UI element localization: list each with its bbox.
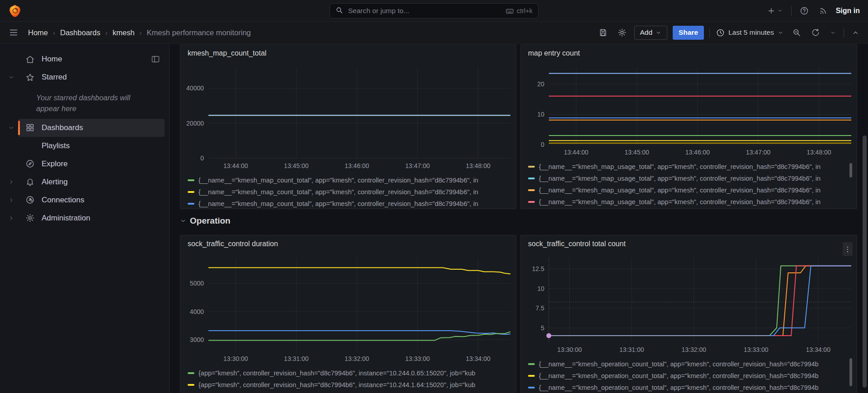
x-axis-label: 13:45:00 [284, 162, 309, 169]
legend-item[interactable]: {__name__="kmesh_map_count_total", app="… [188, 198, 509, 209]
legend-item[interactable]: {app="kmesh", controller_revision_hash="… [188, 367, 509, 379]
x-axis-label: 13:30:00 [557, 346, 582, 353]
legend-item[interactable]: {__name__="kmesh_map_usage_total", app="… [528, 184, 849, 196]
breadcrumb-separator: › [140, 29, 142, 37]
save-dashboard-button[interactable] [596, 26, 610, 39]
top-nav-bar: ctrl+k Sign in [0, 0, 868, 22]
legend-item[interactable]: {__name__="kmesh_map_usage_total", app="… [528, 161, 849, 173]
panel-kmesh-map-count-total: kmesh_map_count_total 13:44:0013:45:0013… [180, 44, 516, 209]
legend-swatch [188, 384, 194, 386]
legend-scrollbar[interactable] [849, 358, 852, 386]
collapse-chevron-icon[interactable] [5, 125, 18, 131]
divider [709, 28, 710, 37]
sign-in-link[interactable]: Sign in [836, 7, 860, 15]
expand-chevron-icon[interactable] [5, 179, 18, 185]
time-series-chart[interactable]: 13:44:0013:45:0013:46:0013:47:0013:48:00… [521, 62, 857, 159]
y-axis-label: 0 [200, 154, 204, 162]
panel-title[interactable]: sock_traffic_control duration [180, 235, 516, 253]
add-label: Add [640, 28, 653, 37]
legend-item[interactable]: {__name__="kmesh_map_count_total", app="… [188, 174, 509, 186]
sidebar-item-label: Dashboards [42, 123, 83, 132]
legend-scrollbar[interactable] [849, 163, 852, 178]
question-circle-icon [800, 6, 809, 15]
compass-icon [24, 159, 36, 168]
breadcrumb-separator: › [105, 29, 108, 37]
star-icon [24, 73, 36, 82]
y-axis-label: 12.5 [532, 265, 544, 272]
search-field[interactable] [347, 6, 501, 15]
time-series-chart[interactable]: 13:30:0013:31:0013:32:0013:33:0013:34:00… [521, 253, 857, 356]
legend-label: {__name__="kmesh_operation_count_total",… [539, 372, 819, 379]
legend-item[interactable]: {app="kmesh", controller_revision_hash="… [188, 391, 509, 393]
mega-menu-toggle[interactable] [6, 25, 21, 40]
legend-item[interactable]: {__name__="kmesh_map_usage_total", app="… [528, 196, 849, 208]
keyboard-icon [505, 7, 514, 15]
breadcrumb-home[interactable]: Home [28, 28, 48, 37]
grafana-logo[interactable] [8, 4, 22, 18]
y-axis-label: 5000 [190, 280, 204, 287]
new-button[interactable] [765, 5, 785, 17]
x-axis-label: 13:47:00 [746, 149, 771, 156]
legend-label: {__name__="kmesh_map_usage_total", app="… [539, 198, 821, 206]
refresh-icon [811, 28, 820, 37]
y-axis-label: 3000 [190, 336, 204, 343]
legend-swatch [528, 189, 535, 191]
dock-menu-icon[interactable] [151, 55, 160, 64]
series-line [208, 332, 510, 341]
legend-label: {__name__="kmesh_map_usage_total", app="… [539, 163, 821, 170]
legend-item[interactable]: {__name__="kmesh_map_count_total", app="… [188, 186, 509, 198]
share-button[interactable]: Share [673, 26, 704, 40]
time-series-chart[interactable]: 13:44:0013:45:0013:46:0013:47:0013:48:00… [180, 62, 516, 173]
panel-title[interactable]: sock_traffic_control total count [521, 235, 857, 253]
sidebar-item-explore: Explore [5, 155, 165, 173]
collapse-chevron-icon[interactable] [5, 74, 18, 80]
search-input[interactable]: ctrl+k [330, 3, 538, 19]
legend-item[interactable]: {app="kmesh", controller_revision_hash="… [188, 379, 509, 391]
help-button[interactable] [798, 5, 811, 17]
hamburger-icon [9, 28, 19, 37]
breadcrumb-folder[interactable]: kmesh [113, 28, 135, 37]
legend-item[interactable]: {__name__="kmesh_map_usage_total", app="… [528, 173, 849, 184]
sidebar-item-label: Starred [42, 73, 67, 82]
panel-legend: {app="kmesh", controller_revision_hash="… [180, 367, 516, 393]
sidebar-item-home: Home [5, 50, 165, 68]
news-button[interactable] [817, 5, 830, 17]
series-line [208, 268, 510, 274]
home-icon [24, 55, 36, 64]
add-panel-button[interactable]: Add [634, 26, 668, 40]
series-line [208, 331, 510, 334]
dashboard-toolbar: Home › Dashboards › kmesh › Kmesh perfor… [0, 22, 868, 44]
legend-item[interactable]: {__name__="kmesh_operation_count_total",… [528, 370, 849, 382]
breadcrumb-current: Kmesh performance monitoring [147, 28, 251, 37]
panel-legend: {__name__="kmesh_operation_count_total",… [521, 358, 857, 393]
time-series-chart[interactable]: 13:30:0013:31:0013:32:0013:33:0013:34:00… [180, 253, 516, 365]
legend-item[interactable]: {__name__="kmesh_operation_count_total",… [528, 358, 849, 370]
search-icon [335, 6, 343, 16]
sidebar-item-label: Connections [42, 196, 85, 205]
expand-chevron-icon[interactable] [5, 215, 18, 221]
x-axis-label: 13:47:00 [405, 162, 430, 169]
zoom-out-time-button[interactable] [790, 26, 803, 39]
breadcrumb-dashboards[interactable]: Dashboards [60, 28, 100, 37]
collapse-toolbar-button[interactable] [849, 27, 862, 39]
page-scrollbar[interactable] [863, 136, 867, 388]
legend-label: {app="kmesh", controller_revision_hash="… [198, 370, 475, 377]
section-row-operation[interactable]: Operation [180, 216, 231, 226]
legend-item[interactable]: {__name__="kmesh_operation_count_total",… [528, 382, 849, 393]
legend-label: {__name__="kmesh_map_count_total", app="… [198, 188, 478, 196]
panel-menu-button[interactable]: ⋮ [843, 242, 853, 256]
expand-chevron-icon[interactable] [5, 197, 18, 203]
panel-sock-traffic-control-total-count: sock_traffic_control total count 13:30:0… [520, 235, 857, 393]
x-axis-label: 13:48:00 [466, 162, 491, 169]
refresh-button[interactable] [809, 26, 822, 39]
time-range-picker[interactable]: Last 5 minutes [715, 27, 784, 39]
chevron-up-icon [852, 29, 859, 37]
chevron-down-icon [830, 30, 836, 36]
legend-swatch [528, 166, 535, 168]
panel-title[interactable]: map entry count [521, 45, 857, 62]
refresh-interval-button[interactable] [828, 28, 838, 38]
x-axis-label: 13:46:00 [685, 149, 710, 156]
panel-title[interactable]: kmesh_map_count_total [180, 45, 516, 62]
dashboard-settings-button[interactable] [615, 26, 629, 39]
sidebar-item-label: Administration [42, 214, 90, 223]
